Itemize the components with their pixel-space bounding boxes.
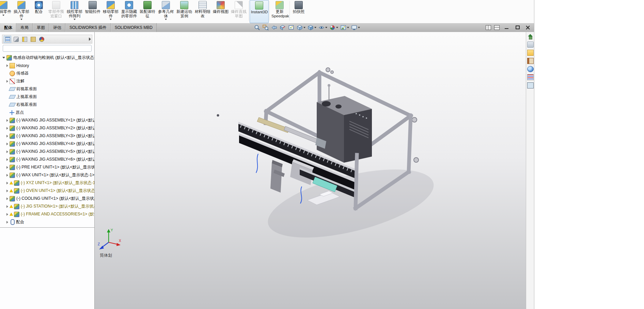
ribbon-button-mate[interactable]: 配合 xyxy=(31,0,47,14)
ribbon-button-move-component[interactable]: 移动零部件 xyxy=(101,0,120,20)
tree-filter-box[interactable] xyxy=(3,45,92,52)
expander-icon[interactable] xyxy=(6,174,8,177)
tab-SOLIDWORKS 插件[interactable]: SOLIDWORKS 插件 xyxy=(65,23,111,32)
apply-scene-button[interactable] xyxy=(340,24,349,31)
ribbon-button-insert-component[interactable]: 插入零部件 xyxy=(12,0,31,20)
propertymanager-tab[interactable] xyxy=(12,36,20,43)
ribbon-button-label: 爆炸直线草图 xyxy=(231,10,247,18)
hide-show-items-button[interactable] xyxy=(318,24,327,31)
3d-drawing-view-button[interactable] xyxy=(288,24,295,31)
expander-icon[interactable] xyxy=(6,80,8,83)
expander-icon[interactable] xyxy=(6,127,8,130)
expander-icon[interactable] xyxy=(6,221,8,224)
tree-item[interactable]: 上视基准面 xyxy=(0,93,94,101)
move-component-icon xyxy=(107,1,115,9)
expander-icon[interactable] xyxy=(6,143,8,145)
tree-item[interactable]: 注解 xyxy=(0,77,94,85)
expander-icon[interactable] xyxy=(6,150,8,153)
mid-tower-unit[interactable] xyxy=(270,160,285,193)
3d-contentcentral-icon[interactable] xyxy=(527,66,534,72)
ribbon-button-new-motion-study[interactable]: 新建运动算例 xyxy=(175,0,193,18)
ribbon-button-update-speedpak[interactable]: 更新Speedpak xyxy=(270,0,289,18)
minimize-button[interactable] xyxy=(503,25,510,30)
expander-icon[interactable] xyxy=(6,190,8,192)
design-library-icon[interactable] xyxy=(527,50,534,56)
ribbon-button-label: 智能扣件 xyxy=(85,10,100,14)
tree-item[interactable]: 传感器 xyxy=(0,69,94,77)
tab-SOLIDWORKS MBD[interactable]: SOLIDWORKS MBD xyxy=(111,23,157,32)
ribbon-button-linear-pattern[interactable]: 线性零部件阵列 xyxy=(65,0,84,20)
tree-item[interactable]: (-) JIG STATION<1> (默认<默认_显示状态 xyxy=(0,202,94,210)
tree-item[interactable]: 右视基准面 xyxy=(0,101,94,109)
tree-item[interactable]: (-) WAXING JIG ASSEMBLY<2> (默认<默认_ xyxy=(0,124,94,132)
section-view-button[interactable] xyxy=(279,24,286,31)
tree-item[interactable]: (-) WAX UNIT<1> (默认<默认_显示状态-1>) xyxy=(0,171,94,179)
panel-expand-arrow-icon[interactable] xyxy=(89,37,91,41)
file-explorer-icon[interactable] xyxy=(527,58,534,64)
expander-icon[interactable] xyxy=(6,64,8,67)
expander-icon[interactable] xyxy=(6,213,8,216)
tree-item[interactable]: (-) OVEN UNIT<1> (默认<默认_显示状态- xyxy=(0,187,94,195)
ribbon-button-take-snapshot[interactable]: 拍快照 xyxy=(290,0,307,14)
restore-button[interactable] xyxy=(514,25,521,30)
expander-icon[interactable] xyxy=(6,197,8,200)
ribbon-button-assembly-features[interactable]: 装配体特征 xyxy=(138,0,157,18)
expander-icon[interactable] xyxy=(6,119,8,122)
dimxpertmanager-tab[interactable] xyxy=(29,36,37,43)
expander-icon[interactable] xyxy=(6,158,8,161)
expander-icon[interactable] xyxy=(2,57,5,59)
tree-item[interactable]: (-) WAXING JIG ASSEMBLY<3> (默认<默认_ xyxy=(0,132,94,140)
new-window-pane-icon[interactable] xyxy=(494,25,500,30)
model-3d[interactable] xyxy=(191,51,436,245)
tree-item[interactable]: History xyxy=(0,62,94,69)
tab-配体[interactable]: 配体 xyxy=(0,23,16,32)
floating-screw[interactable] xyxy=(217,114,219,117)
appearances-scenes-icon[interactable] xyxy=(527,74,534,80)
ribbon-button-edit-component[interactable]: 编辑零件 xyxy=(0,0,12,16)
tab-草图[interactable]: 草图 xyxy=(33,23,49,32)
close-button[interactable] xyxy=(524,25,531,30)
previous-view-button[interactable] xyxy=(271,24,278,31)
display-style-button[interactable] xyxy=(307,24,316,31)
tree-item[interactable]: 电感自动焊锡与检测机 (默认<默认_显示状态-1>) xyxy=(0,54,94,62)
expander-icon[interactable] xyxy=(6,182,8,184)
home-icon[interactable] xyxy=(528,34,533,39)
zoom-area-button[interactable] xyxy=(262,24,269,31)
ribbon-button-show-hidden-components[interactable]: 显示隐藏的零部件 xyxy=(120,0,138,18)
displaymanager-tab[interactable] xyxy=(38,36,45,43)
configurationmanager-tab[interactable] xyxy=(21,36,28,43)
tree-item[interactable]: (-) FRAME AND ACCESSORIES<1> (默认 xyxy=(0,210,94,218)
tree-item[interactable]: (-) PRE HEAT UNIT<1> (默认<默认_显示状态 xyxy=(0,163,94,171)
electrical-cabinet[interactable] xyxy=(317,84,372,163)
featuremanager-design-tree-tab[interactable] xyxy=(4,36,11,43)
expander-icon[interactable] xyxy=(6,166,8,169)
split-pane-icon[interactable] xyxy=(486,25,491,30)
tree-item[interactable]: (-) WAXING JIG ASSEMBLY<6> (默认<默认_ xyxy=(0,156,94,163)
ribbon-button-smart-fasteners[interactable]: 智能扣件 xyxy=(84,0,101,14)
ribbon-button-exploded-view[interactable]: 爆炸视图 xyxy=(212,0,230,14)
ribbon-button-reference-geometry[interactable]: 参考几何体 xyxy=(157,0,175,20)
tree-item[interactable]: (-) XYZ UNIT<1> (默认<默认_显示状态-1: xyxy=(0,179,94,187)
tree-item[interactable]: 配合 xyxy=(0,218,94,226)
view-settings-button[interactable] xyxy=(351,24,360,31)
edit-appearance-button[interactable] xyxy=(329,24,338,31)
ribbon-button-instant3d[interactable]: Instant3D xyxy=(250,0,269,23)
tab-布局[interactable]: 布局 xyxy=(16,23,33,32)
custom-properties-icon[interactable] xyxy=(527,82,534,88)
expander-icon[interactable] xyxy=(6,135,8,137)
tree-item[interactable]: (-) WAXING JIG ASSEMBLY<1> (默认<默认_ xyxy=(0,116,94,124)
ribbon-button-explode-line-sketch[interactable]: 爆炸直线草图 xyxy=(230,0,248,18)
graphics-viewport[interactable]: Y X Z 筒体划 xyxy=(94,32,526,309)
expander-icon[interactable] xyxy=(6,205,8,208)
zoom-fit-button[interactable] xyxy=(254,24,261,31)
tree-item[interactable]: (-) WAXING JIG ASSEMBLY<4> (默认<默认_ xyxy=(0,140,94,148)
tree-item[interactable]: (-) WAXING JIG ASSEMBLY<5> (默认<默认_ xyxy=(0,148,94,156)
tree-item[interactable]: 原点 xyxy=(0,109,94,116)
view-orientation-button[interactable] xyxy=(296,24,305,31)
solidworks-resources-icon[interactable] xyxy=(527,42,534,48)
ribbon-button-component-preview[interactable]: 零部件预览窗口 xyxy=(47,0,65,18)
tree-item[interactable]: (-) COOLING UNIT<1> (默认<默认_显示状态- xyxy=(0,195,94,202)
ribbon-button-bill-of-materials[interactable]: 材料明细表 xyxy=(193,0,212,18)
tree-item[interactable]: 前视基准面 xyxy=(0,85,94,93)
tab-评估[interactable]: 评估 xyxy=(49,23,65,32)
